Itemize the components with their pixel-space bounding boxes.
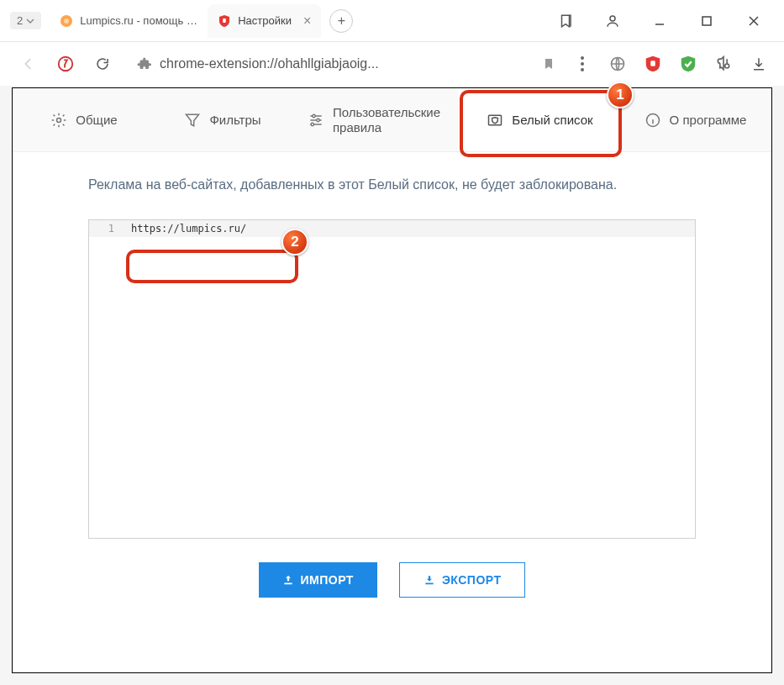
tab-group-count: 2 xyxy=(17,14,23,27)
line-content[interactable]: https://lumpics.ru/ xyxy=(123,220,695,237)
account-icon[interactable] xyxy=(599,8,626,34)
tab-label: Пользовательские правила xyxy=(333,105,440,135)
svg-rect-13 xyxy=(650,61,655,66)
kebab-menu-icon[interactable] xyxy=(571,52,594,76)
svg-rect-27 xyxy=(425,583,433,585)
svg-point-15 xyxy=(57,118,61,122)
minimize-button[interactable] xyxy=(646,8,673,34)
import-button[interactable]: ИМПОРТ xyxy=(259,562,377,598)
browser-tab-settings[interactable]: Настройки × xyxy=(208,4,321,38)
bookmark-icon[interactable] xyxy=(542,57,555,71)
adblock-extension-icon[interactable] xyxy=(641,52,665,76)
adguard-extension-icon[interactable] xyxy=(676,52,700,76)
whitelist-editor[interactable]: 1 https://lumpics.ru/ xyxy=(88,219,696,539)
svg-rect-2 xyxy=(223,18,226,23)
svg-point-11 xyxy=(581,68,584,71)
button-label: ИМПОРТ xyxy=(301,573,354,587)
svg-point-9 xyxy=(581,56,584,60)
tab-general[interactable]: Общие xyxy=(13,88,155,151)
whitelist-icon xyxy=(487,112,503,129)
tab-user-rules[interactable]: Пользовательские правила xyxy=(290,88,458,151)
lumpics-favicon-icon xyxy=(60,14,73,28)
whitelist-page-body: Реклама на веб-сайтах, добавленных в это… xyxy=(13,152,771,614)
back-button[interactable] xyxy=(13,49,44,79)
titlebar-right xyxy=(552,8,784,34)
browser-tab-lumpics[interactable]: Lumpics.ru - помощь с ком xyxy=(50,4,208,38)
gear-icon xyxy=(50,112,67,129)
downloads-icon[interactable] xyxy=(747,52,771,76)
tabs-row: Lumpics.ru - помощь с ком Настройки × + xyxy=(50,4,353,38)
editor-line: 1 https://lumpics.ru/ xyxy=(89,220,695,237)
chevron-down-icon xyxy=(26,17,34,25)
browser-titlebar: 2 Lumpics.ru - помощь с ком Настройки × … xyxy=(0,0,784,42)
translate-extension-icon[interactable] xyxy=(606,52,629,76)
tab-filters[interactable]: Фильтры xyxy=(155,88,290,151)
new-tab-button[interactable]: + xyxy=(329,9,353,33)
toolbar-right-icons xyxy=(571,52,771,76)
extension-icon xyxy=(136,56,151,71)
extension-settings-page: Общие Фильтры Пользовательские правила Б… xyxy=(12,87,772,673)
tab-about[interactable]: О программе xyxy=(622,88,769,151)
svg-point-10 xyxy=(581,62,584,66)
svg-point-20 xyxy=(317,119,319,121)
funnel-icon xyxy=(184,112,201,129)
tab-group-indicator[interactable]: 2 xyxy=(10,12,41,29)
tab-label: Фильтры xyxy=(209,113,260,127)
tab-label: Общие xyxy=(76,113,117,127)
url-text: chrome-extension://ohahllgiabjaoig... xyxy=(160,56,379,71)
line-number: 1 xyxy=(89,220,123,237)
info-icon xyxy=(645,112,661,129)
svg-rect-26 xyxy=(284,583,292,585)
reload-button[interactable] xyxy=(87,49,118,79)
upload-icon xyxy=(282,574,294,586)
tab-label: Белый список xyxy=(512,113,592,127)
svg-point-14 xyxy=(725,64,729,68)
download-icon xyxy=(424,574,435,586)
svg-point-19 xyxy=(313,114,315,117)
export-button[interactable]: ЭКСПОРТ xyxy=(399,562,526,598)
button-label: ЭКСПОРТ xyxy=(442,573,502,587)
svg-point-21 xyxy=(311,123,313,125)
bookmarks-bar-icon[interactable] xyxy=(552,8,579,34)
address-bar: chrome-extension://ohahllgiabjaoig... xyxy=(0,42,784,86)
feedback-icon[interactable] xyxy=(712,52,735,76)
maximize-button[interactable] xyxy=(693,8,720,34)
close-icon[interactable]: × xyxy=(303,13,311,29)
svg-point-1 xyxy=(64,18,69,24)
yandex-home-button[interactable] xyxy=(50,49,81,79)
settings-nav-tabs: Общие Фильтры Пользовательские правила Б… xyxy=(13,88,771,152)
svg-rect-5 xyxy=(702,17,711,25)
svg-point-3 xyxy=(610,16,615,21)
sliders-icon xyxy=(308,112,324,129)
import-export-row: ИМПОРТ ЭКСПОРТ xyxy=(88,562,696,598)
tab-label: О программе xyxy=(670,113,747,127)
tab-title: Lumpics.ru - помощь с ком xyxy=(80,14,197,27)
tab-title: Настройки xyxy=(238,14,292,27)
tab-whitelist[interactable]: Белый список xyxy=(458,88,622,151)
url-field[interactable]: chrome-extension://ohahllgiabjaoig... xyxy=(124,49,535,79)
close-window-button[interactable] xyxy=(740,8,767,34)
whitelist-description: Реклама на веб-сайтах, добавленных в это… xyxy=(88,176,696,194)
adblock-favicon-icon xyxy=(218,14,231,28)
